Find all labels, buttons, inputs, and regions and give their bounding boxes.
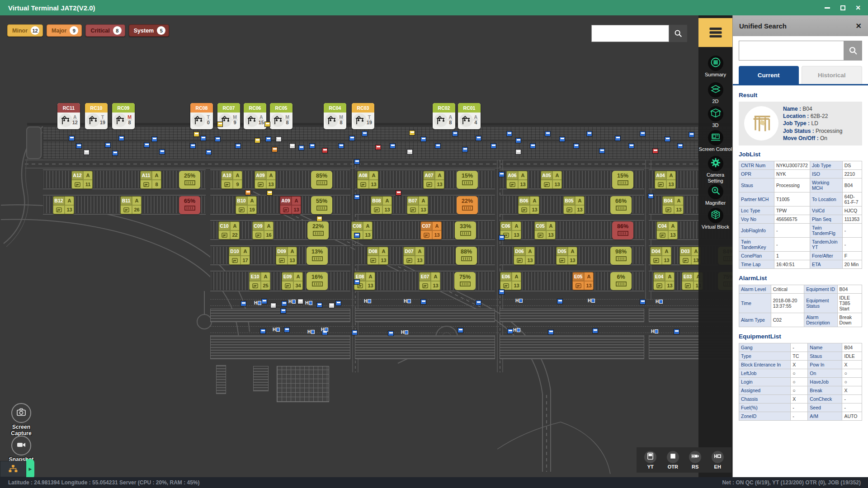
equipment-marker[interactable] <box>297 299 303 304</box>
utilization-card[interactable]: 6% <box>610 272 632 290</box>
yard-block-d08[interactable]: D08A13 <box>367 247 388 265</box>
yard-block-e10[interactable]: E10A25 <box>249 272 270 290</box>
equipment-marker[interactable] <box>255 138 260 143</box>
rc-crane-card-rc06[interactable]: RC06A15 <box>244 103 266 129</box>
equipment-marker[interactable] <box>354 159 360 164</box>
handler-marker[interactable]: H <box>307 329 315 334</box>
utilization-card[interactable]: 15% <box>457 171 478 189</box>
alarm-badge-minor[interactable]: Minor12 <box>7 24 43 37</box>
equipment-marker[interactable] <box>458 328 463 333</box>
handler-marker[interactable]: H <box>656 299 663 304</box>
equipment-marker[interactable] <box>284 327 290 333</box>
rc-crane-card-rc02[interactable]: RC02A8 <box>433 103 455 129</box>
equipment-marker[interactable] <box>354 194 360 200</box>
yard-block-b11[interactable]: B11A26 <box>120 196 142 214</box>
equipment-marker[interactable] <box>362 131 368 136</box>
equipment-marker[interactable] <box>476 136 481 141</box>
equipment-marker[interactable] <box>352 330 358 335</box>
equipment-marker[interactable] <box>491 143 496 149</box>
equipment-marker[interactable] <box>677 143 683 149</box>
equipment-marker[interactable] <box>545 131 551 136</box>
equipment-marker[interactable] <box>390 143 396 149</box>
utilization-card[interactable]: 33% <box>455 221 476 239</box>
equipment-marker[interactable] <box>280 308 286 314</box>
equipment-marker[interactable] <box>557 299 563 304</box>
map-search-button[interactable] <box>669 25 687 42</box>
equipment-marker[interactable] <box>388 331 394 336</box>
utilization-card[interactable]: 13% <box>307 247 328 265</box>
rc-crane-card-rc04[interactable]: RC04M8 <box>324 103 346 129</box>
menu-item-3d[interactable]: 3D <box>698 106 732 128</box>
tab-current[interactable]: Current <box>739 66 799 84</box>
yard-block-b12[interactable]: B12A13 <box>53 196 74 214</box>
equipment-marker[interactable] <box>215 136 221 142</box>
yard-block-a06[interactable]: A06A13 <box>506 171 528 189</box>
equipment-marker[interactable] <box>628 143 634 149</box>
rc-crane-card-rc03[interactable]: RC03T19 <box>352 103 374 129</box>
equipment-marker[interactable] <box>689 132 694 137</box>
unified-search-button[interactable] <box>844 41 862 61</box>
equipment-marker[interactable] <box>206 150 212 155</box>
toolbar-button-yt[interactable]: YT <box>644 451 656 469</box>
equipment-marker[interactable] <box>260 328 266 334</box>
equipment-marker[interactable] <box>309 143 315 149</box>
yard-block-b05[interactable]: B05A13 <box>563 196 585 214</box>
yard-block-e04[interactable]: E04A13 <box>653 272 675 290</box>
equipment-marker[interactable] <box>648 193 654 199</box>
utilization-card[interactable]: 16% <box>307 272 328 290</box>
handler-marker[interactable]: H <box>651 329 658 334</box>
equipment-marker[interactable] <box>298 145 304 150</box>
utilization-card[interactable]: 66% <box>610 196 632 214</box>
yard-block-a10[interactable]: A10A9 <box>221 171 242 189</box>
yard-block-c09[interactable]: C09A16 <box>252 221 274 239</box>
equipment-marker[interactable] <box>420 299 426 305</box>
alarm-badge-critical[interactable]: Critical8 <box>85 24 125 37</box>
yard-block-b07[interactable]: B07A13 <box>407 196 428 214</box>
equipment-marker[interactable] <box>375 145 381 150</box>
utilization-card[interactable]: 22% <box>457 196 478 214</box>
rc-crane-card-rc05[interactable]: RC05M8 <box>270 103 292 129</box>
equipment-marker[interactable] <box>515 149 521 155</box>
rc-crane-card-rc10[interactable]: RC10T19 <box>85 103 108 129</box>
equipment-marker[interactable] <box>272 147 278 152</box>
screen-capture-button[interactable]: Screen Capture <box>5 403 37 437</box>
yard-block-a12[interactable]: A12A11 <box>71 171 93 189</box>
hamburger-menu-button[interactable] <box>698 18 732 47</box>
equipment-marker[interactable] <box>674 329 679 334</box>
equipment-marker[interactable] <box>289 143 295 149</box>
equipment-marker[interactable] <box>151 136 157 142</box>
equipment-marker[interactable] <box>235 143 241 149</box>
equipment-marker[interactable] <box>559 136 565 142</box>
yard-block-e07[interactable]: E07A13 <box>419 272 440 290</box>
yard-block-d10[interactable]: D10A17 <box>229 247 250 265</box>
yard-block-d07[interactable]: D07A13 <box>403 247 425 265</box>
equipment-marker[interactable] <box>354 233 360 238</box>
equipment-marker[interactable] <box>515 138 521 143</box>
equipment-marker[interactable] <box>409 130 415 136</box>
yard-block-d06[interactable]: D06A13 <box>514 247 535 265</box>
alarm-badge-system[interactable]: System5 <box>129 24 169 37</box>
equipment-marker[interactable] <box>548 329 554 335</box>
utilization-card[interactable]: 22% <box>307 221 329 239</box>
equipment-marker[interactable] <box>338 143 344 149</box>
equipment-marker[interactable] <box>265 136 271 142</box>
equipment-marker[interactable] <box>462 147 468 152</box>
equipment-marker[interactable] <box>506 131 512 136</box>
handler-marker[interactable]: H <box>273 327 280 332</box>
equipment-marker[interactable] <box>499 235 505 240</box>
rc-crane-card-rc01[interactable]: RC01A4 <box>458 103 481 129</box>
yard-block-b06[interactable]: B06A13 <box>518 196 539 214</box>
utilization-card[interactable]: 85% <box>311 171 332 189</box>
equipment-marker[interactable] <box>335 300 341 306</box>
handler-marker[interactable]: H <box>513 328 520 333</box>
yard-block-b08[interactable]: B08A13 <box>371 196 392 214</box>
toolbar-button-rs[interactable]: RS <box>689 451 701 469</box>
equipment-marker[interactable] <box>349 136 355 141</box>
equipment-marker[interactable] <box>420 136 426 142</box>
yard-block-d03[interactable]: D03A13 <box>679 247 701 265</box>
equipment-marker[interactable] <box>322 148 328 153</box>
yard-block-a09[interactable]: A09A13 <box>280 196 301 214</box>
equipment-marker[interactable] <box>640 299 646 305</box>
yard-block-a07[interactable]: A07A13 <box>423 171 444 189</box>
unified-search-input[interactable] <box>739 41 844 61</box>
